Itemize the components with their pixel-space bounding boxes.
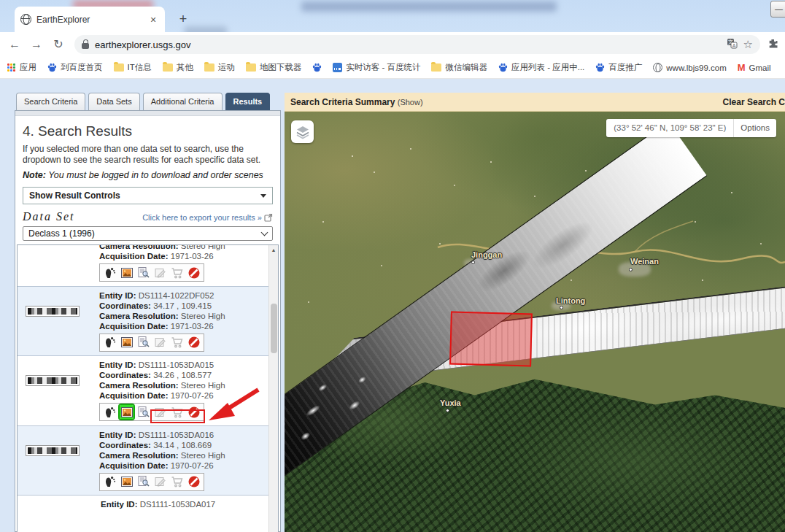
scene-thumbnail[interactable] [26,376,79,385]
show-footprint-icon[interactable] [103,266,117,280]
download-options-icon[interactable] [153,266,167,280]
summary-title: Search Criteria Summary [290,97,395,107]
background-window-artifact [301,1,557,12]
browser-tab-earthexplorer[interactable]: EarthExplorer × [15,7,165,32]
map-viewport[interactable]: Jinggan Weinan Lintong Yuxia (33° 52' 46… [285,112,785,532]
bookmark-other[interactable]: 其他 [163,62,193,73]
download-options-icon[interactable] [153,475,167,489]
lock-icon [82,43,89,49]
city-label: Weinan [630,257,659,266]
city-label: Yuxia [440,398,461,407]
panel-top-strip [15,111,280,116]
show-metadata-icon[interactable] [136,475,150,489]
show-footprint-icon[interactable] [103,405,117,419]
show-metadata-icon[interactable] [136,266,150,280]
bookmark-app-list[interactable]: 应用列表 - 应用中... [498,62,584,73]
extensions-puzzle-icon[interactable] [767,39,779,50]
show-footprint-icon[interactable] [103,336,117,350]
summary-show-toggle[interactable]: (Show) [398,98,423,107]
panel-tabs: Search Criteria Data Sets Additional Cri… [16,93,270,110]
scene-thumbnail[interactable] [26,307,79,316]
selected-scene-footprint[interactable] [449,312,533,367]
result-row[interactable]: Coordinates: 34.29 , 109.391 Camera Reso… [18,244,278,287]
show-metadata-icon[interactable] [136,405,150,419]
add-to-cart-icon[interactable] [170,475,184,489]
scrollbar-thumb[interactable] [271,304,277,353]
dataset-select[interactable]: Declass 1 (1996) [23,226,273,241]
svg-text:A: A [732,42,735,47]
back-icon[interactable]: ← [6,36,23,53]
results-intro-text: If you selected more than one data set t… [23,144,273,166]
apps-grid-icon [7,63,16,72]
bookmark-lbjs99[interactable]: www.lbjs99.com [653,63,726,72]
city-marker-dot [471,261,475,264]
bookmark-baidu-tongji[interactable]: 实时访客 - 百度统计 [333,62,420,73]
map-options-button[interactable]: Options [734,119,776,137]
folder-icon [114,63,124,72]
clear-search-button[interactable]: Clear Search C [723,97,785,107]
city-label: Lintong [556,296,585,305]
show-browse-overlay-icon[interactable] [120,336,134,350]
earthexplorer-page: Search Criteria Data Sets Additional Cri… [0,79,785,532]
tab-title: EarthExplorer [36,15,142,25]
scene-thumbnail[interactable] [26,446,79,455]
result-row[interactable]: Entity ID: DS1111-1053DA016 Coordinates:… [18,426,278,496]
globe-icon [653,63,662,72]
address-bar[interactable]: earthexplorer.usgs.gov 文A ☆ [74,35,760,54]
page-title: 4. Search Results [23,123,273,139]
map-layers-button[interactable] [291,120,314,143]
scroll-up-icon[interactable]: ▲ [269,245,278,255]
minimize-window-button[interactable]: — [770,1,785,18]
tab-search-criteria[interactable]: Search Criteria [16,93,85,110]
reload-icon[interactable]: ↻ [50,36,67,53]
bookmark-baidu-promo[interactable]: 百度推广 [595,62,642,73]
tab-additional-criteria[interactable]: Additional Criteria [143,93,223,110]
earthexplorer-favicon-icon [20,14,31,25]
bookmark-it-info[interactable]: IT信息 [114,62,152,73]
search-criteria-summary-bar: Search Criteria Summary (Show) Clear Sea… [285,93,785,112]
order-unavailable-icon[interactable] [187,336,201,350]
show-browse-overlay-icon-active[interactable] [120,405,134,419]
show-footprint-icon[interactable] [103,475,117,489]
show-result-controls-dropdown[interactable]: Show Result Controls [23,187,273,204]
order-unavailable-icon[interactable] [187,266,201,280]
results-scrollbar[interactable]: ▲ [268,245,278,532]
download-options-icon[interactable] [153,336,167,350]
chevron-down-icon [260,194,266,198]
bookmark-apps[interactable]: 应用 [7,62,36,73]
url-text[interactable]: earthexplorer.usgs.gov [95,39,721,50]
baidu-paw-icon [498,63,508,72]
city-marker-dot [629,268,633,271]
forward-icon[interactable]: → [28,36,45,53]
gmail-icon: M [738,62,746,73]
bookmark-sports[interactable]: 运动 [204,62,235,73]
tab-data-sets[interactable]: Data Sets [88,93,139,110]
export-results-link[interactable]: Click here to export your results » [142,213,273,222]
bookmark-star-icon[interactable]: ☆ [743,38,753,51]
result-row[interactable]: Entity ID: DS1114-1022DF052 Coordinates:… [18,287,278,357]
translate-icon[interactable]: 文A [727,38,738,52]
show-metadata-icon[interactable] [136,336,150,350]
cursor-coordinates: (33° 52' 46" N, 109° 58' 23" E) [606,119,734,137]
folder-icon [246,63,256,72]
city-marker-dot [560,306,563,309]
result-row[interactable]: Entity ID: DS1111-1053DA017 [18,496,278,513]
browser-toolbar: ← → ↻ earthexplorer.usgs.gov 文A ☆ [0,32,785,57]
bookmark-baidu-home[interactable]: 到百度首页 [47,62,103,73]
show-browse-overlay-icon[interactable] [120,266,134,280]
bookmark-map-downloader[interactable]: 地图下载器 [246,62,302,73]
bookmark-wechat-editor[interactable]: 微信编辑器 [431,62,487,73]
baidu-paw-icon [595,63,605,72]
close-tab-icon[interactable]: × [147,14,159,26]
chart-icon [333,63,342,72]
order-unavailable-icon[interactable] [187,475,201,489]
bookmarks-bar: 应用 到百度首页 IT信息 其他 运动 地图下载器 实时访客 - 百度统计 微信… [0,57,785,79]
add-to-cart-icon[interactable] [170,266,184,280]
bookmark-gmail[interactable]: MGmail [738,62,771,73]
city-marker-dot [446,409,449,412]
login-note: Note: You must be logged in to download … [23,170,273,181]
add-to-cart-icon[interactable] [170,336,184,350]
show-browse-overlay-icon[interactable] [120,475,134,489]
tab-results[interactable]: Results [225,93,271,110]
bookmark-baidu[interactable] [312,63,322,72]
